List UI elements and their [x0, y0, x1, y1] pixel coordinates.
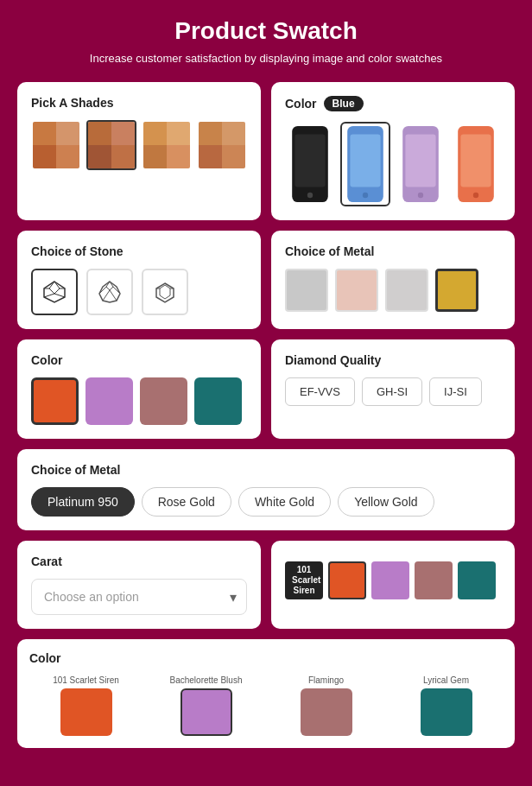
bottom-swatch-label-2: Bachelorette Blush: [170, 675, 243, 685]
color-swatch-big-3[interactable]: [140, 377, 187, 425]
quality-option-3[interactable]: IJ-SI: [429, 377, 482, 406]
stone-swatches: [31, 269, 247, 315]
image-swatch-2[interactable]: [340, 122, 390, 206]
stone-swatch-3[interactable]: [142, 269, 188, 315]
metal-text-option-white[interactable]: White Gold: [238, 487, 331, 517]
page-subtitle: Increase customer satisfaction by displa…: [17, 52, 515, 65]
shades-grid: [31, 120, 247, 170]
shade-swatch-4[interactable]: [197, 120, 247, 170]
bottom-swatch-label-4: Lyrical Gem: [423, 675, 469, 685]
bottom-color-title: Color: [29, 651, 503, 665]
metal-text-option-platinum[interactable]: Platinum 950: [31, 487, 135, 517]
choice-of-stone-title: Choice of Stone: [31, 244, 247, 258]
image-swatch-1[interactable]: [285, 122, 335, 206]
diamond-quality-card: Diamond Quality EF-VVS GH-SI IJ-SI: [271, 339, 515, 439]
image-swatch-3[interactable]: [396, 122, 446, 206]
color-big-card: Color: [17, 339, 261, 439]
color-swatch-big-1[interactable]: [31, 377, 79, 425]
shade-swatch-1[interactable]: [31, 120, 81, 170]
color-image-header: Color Blue: [285, 96, 501, 111]
metal-swatch-1[interactable]: [285, 269, 328, 312]
color-big-title: Color: [31, 353, 247, 367]
svg-rect-7: [405, 135, 435, 187]
choice-of-metal-text-card: Choice of Metal Platinum 950 Rose Gold W…: [17, 449, 515, 530]
carat-swatch-1[interactable]: [328, 561, 366, 599]
metal-swatch-4[interactable]: [435, 269, 478, 312]
stone-swatch-2[interactable]: [86, 269, 133, 315]
bottom-color-card: Color 101 Scarlet Siren Bachelorette Blu…: [17, 639, 515, 748]
bottom-swatch-item-1: 101 Scarlet Siren: [29, 675, 142, 736]
quality-options: EF-VVS GH-SI IJ-SI: [285, 377, 501, 406]
metal-text-option-yellow[interactable]: Yellow Gold: [338, 487, 434, 517]
svg-line-23: [110, 290, 117, 301]
bottom-swatch-box-3[interactable]: [301, 688, 352, 736]
carat-swatch-2[interactable]: [371, 561, 409, 599]
metal-swatch-3[interactable]: [385, 269, 428, 312]
bottom-swatch-label-1: 101 Scarlet Siren: [53, 675, 119, 685]
svg-point-2: [307, 193, 313, 198]
color-swatch-big-4[interactable]: [194, 377, 242, 425]
color-badge: Blue: [324, 96, 364, 111]
carat-color-swatches: 101 Scarlet Siren: [285, 561, 501, 599]
bottom-swatch-item-2: Bachelorette Blush: [149, 675, 263, 736]
diamond-quality-title: Diamond Quality: [285, 353, 501, 367]
color-image-title: Color: [285, 97, 317, 111]
carat-swatch-3[interactable]: [415, 561, 453, 599]
page-title: Product Swatch: [17, 17, 515, 45]
bottom-swatches-grid: 101 Scarlet Siren Bachelorette Blush Fla…: [29, 675, 503, 736]
carat-swatch-4[interactable]: [458, 561, 496, 599]
stone-swatch-1[interactable]: [31, 269, 78, 315]
color-image-card: Color Blue: [271, 82, 515, 220]
color-big-swatches: [31, 377, 247, 425]
choice-of-metal-color-card: Choice of Metal: [271, 231, 515, 329]
carat-select[interactable]: Choose an option: [31, 579, 247, 615]
svg-rect-4: [350, 135, 380, 187]
metal-text-option-rose[interactable]: Rose Gold: [142, 487, 231, 517]
quality-option-2[interactable]: GH-SI: [362, 377, 422, 406]
image-swatches-grid: [285, 122, 501, 206]
scarlet-badge: 101 Scarlet Siren: [285, 561, 323, 599]
svg-line-22: [103, 290, 110, 301]
bottom-swatch-box-4[interactable]: [421, 688, 472, 736]
bottom-swatch-box-1[interactable]: [60, 688, 112, 736]
svg-marker-24: [156, 283, 174, 302]
metal-text-options: Platinum 950 Rose Gold White Gold Yellow…: [31, 487, 501, 517]
shade-swatch-2[interactable]: [86, 120, 136, 170]
bottom-swatch-box-2[interactable]: [180, 688, 232, 736]
svg-rect-10: [460, 135, 491, 187]
shade-swatch-3[interactable]: [142, 120, 192, 170]
quality-option-1[interactable]: EF-VVS: [285, 377, 355, 406]
svg-rect-1: [294, 135, 325, 187]
pick-shades-title: Pick A Shades: [31, 96, 247, 110]
svg-point-8: [418, 193, 423, 198]
carat-color-card: 101 Scarlet Siren: [271, 541, 515, 629]
svg-marker-25: [160, 285, 170, 299]
svg-point-5: [363, 193, 368, 198]
metal-swatch-2[interactable]: [335, 269, 378, 312]
bottom-swatch-item-4: Lyrical Gem: [390, 675, 503, 736]
carat-dropdown-wrapper: Choose an option ▾: [31, 579, 247, 615]
image-swatch-4[interactable]: [451, 122, 501, 206]
carat-title: Carat: [31, 555, 247, 568]
svg-line-16: [44, 294, 54, 297]
choice-of-stone-card: Choice of Stone: [17, 231, 261, 329]
choice-of-metal-color-title: Choice of Metal: [285, 244, 501, 258]
choice-of-metal-text-title: Choice of Metal: [31, 463, 501, 477]
svg-point-11: [473, 193, 478, 198]
bottom-swatch-label-3: Flamingo: [308, 675, 344, 685]
pick-shades-card: Pick A Shades: [17, 82, 261, 220]
metal-color-swatches: [285, 269, 501, 312]
svg-marker-18: [99, 282, 120, 302]
color-swatch-big-2[interactable]: [86, 377, 133, 425]
bottom-swatch-item-3: Flamingo: [269, 675, 383, 736]
carat-card: Carat Choose an option ▾: [17, 541, 261, 629]
svg-marker-12: [44, 282, 65, 302]
svg-line-17: [54, 294, 65, 297]
